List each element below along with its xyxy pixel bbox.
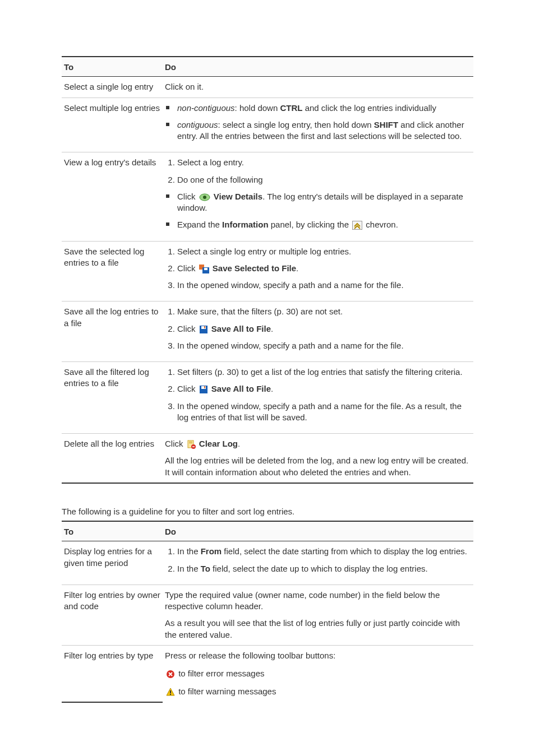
text: Expand the bbox=[177, 220, 222, 229]
list-item: In the opened window, specify a path and… bbox=[177, 401, 471, 424]
list-item: In the To field, select the date up to w… bbox=[177, 563, 471, 574]
paragraph: Click Clear Log. bbox=[165, 438, 471, 449]
text: . bbox=[271, 384, 273, 393]
svg-rect-13 bbox=[189, 442, 192, 442]
list-item: Click View Details. The log entry's deta… bbox=[165, 191, 471, 214]
text: to filter warning messages bbox=[178, 687, 276, 696]
text: Click bbox=[165, 439, 186, 448]
svg-rect-18 bbox=[170, 694, 171, 695]
text: : select a single log entry, then hold d… bbox=[218, 120, 374, 129]
do-cell: Make sure, that the filters (p. 30) are … bbox=[163, 302, 473, 362]
list-item: Click Save Selected to File. bbox=[177, 263, 471, 274]
do-cell: Type the required value (owner name, cod… bbox=[163, 585, 473, 645]
to-cell: Delete all the log entries bbox=[62, 434, 163, 483]
to-cell: Filter log entries by type bbox=[62, 645, 163, 702]
text: field, select the date up to which to di… bbox=[210, 564, 428, 573]
list-item: contiguous: select a single log entry, t… bbox=[165, 119, 471, 142]
table-row: Select a single log entry Click on it. bbox=[62, 77, 473, 98]
text: Click bbox=[177, 384, 198, 393]
to-cell: Save all the log entries to a file bbox=[62, 302, 163, 362]
list-item: Do one of the following bbox=[177, 174, 471, 185]
list-item: Select a single log entry or multiple lo… bbox=[177, 246, 471, 257]
to-cell: View a log entry's details bbox=[62, 152, 163, 241]
to-label: To bbox=[201, 564, 210, 573]
key-shift: SHIFT bbox=[374, 120, 398, 129]
paragraph: Press or release the following toolbar b… bbox=[165, 650, 471, 661]
emphasis: contiguous bbox=[177, 120, 218, 129]
table-row: Display log entries for a given time per… bbox=[62, 541, 473, 585]
table-row: View a log entry's details Select a log … bbox=[62, 152, 473, 241]
do-cell: Select a single log entry or multiple lo… bbox=[163, 241, 473, 302]
list-item: Make sure, that the filters (p. 30) are … bbox=[177, 306, 471, 317]
text: chevron. bbox=[366, 220, 398, 229]
table-row: Delete all the log entries Click bbox=[62, 434, 473, 483]
caption-text: The following is a guideline for you to … bbox=[62, 506, 473, 517]
text: Click bbox=[177, 263, 198, 273]
col-to-header: To bbox=[62, 521, 163, 541]
clear-log-icon bbox=[187, 440, 196, 449]
svg-rect-11 bbox=[204, 386, 205, 388]
text: and click the log entries individually bbox=[302, 103, 436, 113]
list-item: Click Save All to File. bbox=[177, 323, 471, 335]
view-details-label: View Details bbox=[214, 192, 262, 201]
list-item: non-contiguous: hold down CTRL and click… bbox=[165, 103, 471, 114]
paragraph: As a result you will see that the list o… bbox=[165, 618, 471, 641]
list-item: In the From field, select the date start… bbox=[177, 546, 471, 557]
table-row: Filter log entries by owner and code Typ… bbox=[62, 585, 473, 645]
paragraph: to filter warning messages bbox=[165, 686, 471, 697]
filter-table: To Do Display log entries for a given ti… bbox=[62, 521, 473, 703]
to-cell: Select multiple log entries bbox=[62, 98, 163, 152]
to-cell: Filter log entries by owner and code bbox=[62, 585, 163, 645]
text: : hold down bbox=[235, 103, 280, 113]
text: Click bbox=[177, 324, 198, 333]
save-selected-icon bbox=[199, 265, 209, 273]
to-cell: Select a single log entry bbox=[62, 77, 163, 98]
list-item: In the opened window, specify a path and… bbox=[177, 280, 471, 291]
do-cell: Select a log entry. Do one of the follow… bbox=[163, 152, 473, 241]
text: Click bbox=[177, 192, 198, 201]
paragraph: All the log entries will be deleted from… bbox=[165, 455, 471, 478]
key-ctrl: CTRL bbox=[280, 103, 302, 113]
svg-rect-14 bbox=[189, 443, 192, 443]
col-do-header: Do bbox=[163, 521, 473, 541]
page-container: To Do Select a single log entry Click on… bbox=[0, 0, 535, 725]
text: . bbox=[271, 324, 273, 333]
paragraph: to filter error messages bbox=[165, 668, 471, 679]
actions-table: To Do Select a single log entry Click on… bbox=[62, 56, 473, 484]
svg-point-1 bbox=[203, 196, 206, 199]
table-row: Select multiple log entries non-contiguo… bbox=[62, 98, 473, 152]
text: . bbox=[296, 263, 298, 273]
table-row: Save all the filtered log entries to a f… bbox=[62, 362, 473, 434]
list-item: In the opened window, specify a path and… bbox=[177, 340, 471, 351]
do-cell: Press or release the following toolbar b… bbox=[163, 645, 473, 702]
list-item: Select a log entry. bbox=[177, 157, 471, 168]
save-all-icon bbox=[199, 325, 208, 334]
to-cell: Save all the filtered log entries to a f… bbox=[62, 362, 163, 434]
col-to-header: To bbox=[62, 57, 163, 77]
chevron-up-icon bbox=[352, 221, 362, 230]
list-item: Set filters (p. 30) to get a list of the… bbox=[177, 367, 471, 378]
svg-rect-17 bbox=[170, 690, 171, 693]
text: to filter error messages bbox=[178, 669, 264, 678]
text: In the bbox=[177, 564, 201, 573]
to-cell: Save the selected log entries to a file bbox=[62, 241, 163, 302]
svg-rect-5 bbox=[204, 268, 207, 270]
table-row: Save all the log entries to a file Make … bbox=[62, 302, 473, 362]
table-row: Save the selected log entries to a file … bbox=[62, 241, 473, 302]
col-do-header: Do bbox=[163, 57, 473, 77]
text: panel, by clicking the bbox=[269, 220, 352, 229]
from-label: From bbox=[201, 546, 222, 556]
text: field, select the date starting from whi… bbox=[222, 546, 467, 556]
eye-icon bbox=[199, 193, 210, 201]
text: . bbox=[238, 439, 240, 448]
save-selected-label: Save Selected to File bbox=[213, 263, 296, 273]
text: In the bbox=[177, 546, 201, 556]
do-cell: In the From field, select the date start… bbox=[163, 541, 473, 585]
list-item: Click Save All to File. bbox=[177, 383, 471, 395]
to-cell: Display log entries for a given time per… bbox=[62, 541, 163, 585]
list-item: Expand the Information panel, by clickin… bbox=[165, 219, 471, 230]
clear-log-label: Clear Log bbox=[199, 439, 238, 448]
information-label: Information bbox=[222, 220, 269, 229]
error-icon bbox=[166, 670, 175, 679]
save-all-icon bbox=[199, 385, 208, 394]
